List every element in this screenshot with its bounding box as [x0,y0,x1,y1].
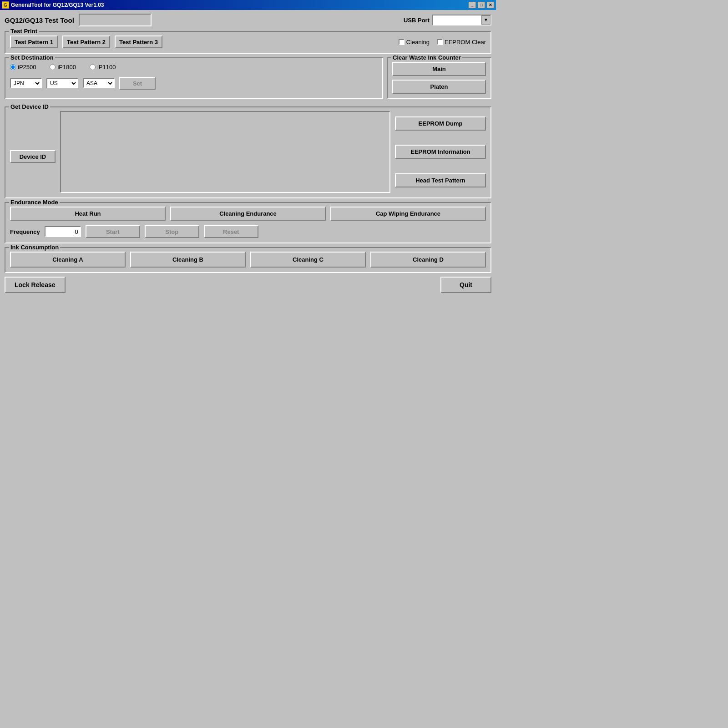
test-print-checks: Cleaning EEPROM Clear [399,39,486,46]
test-print-label: Test Print [9,28,39,35]
device-id-right: EEPROM Dump EEPROM Information Head Test… [395,111,486,193]
stop-button[interactable]: Stop [145,225,199,238]
cleaning-check-label[interactable]: Cleaning [399,39,430,46]
dest-select-jpn[interactable]: JPN [10,78,42,88]
radio-ip2500-label[interactable]: iP2500 [10,64,36,71]
ink-row: Cleaning A Cleaning B Cleaning C Cleanin… [10,252,486,268]
frequency-input[interactable] [45,226,81,237]
set-dest-content: iP2500 iP1800 iP1100 JPN [10,62,378,90]
cleaning-b-button[interactable]: Cleaning B [130,252,246,268]
mid-row: Set Destination iP2500 iP1800 iP1100 [5,57,491,103]
test-print-row: Test Pattern 1 Test Pattern 2 Test Patte… [10,35,486,48]
usb-label: USB Port [404,17,430,24]
reset-button[interactable]: Reset [204,225,258,238]
cleaning-a-button[interactable]: Cleaning A [10,252,126,268]
ink-consumption-group: Ink Consumption Cleaning A Cleaning B Cl… [5,247,491,273]
get-device-id-label: Get Device ID [9,103,50,110]
radio-ip1100-text: iP1100 [97,64,116,71]
endurance-top: Heat Run Cleaning Endurance Cap Wiping E… [10,207,486,221]
usb-port-select[interactable] [432,15,491,25]
dest-dropdowns: JPN US ASA Set [10,77,378,90]
cleaning-c-button[interactable]: Cleaning C [250,252,366,268]
ink-consumption-label: Ink Consumption [9,244,60,251]
restore-button[interactable]: □ [478,2,485,8]
bottom-bar: Lock Release Quit [5,277,491,293]
clear-waste-label: Clear Waste Ink Counter [391,54,462,61]
test-print-group: Test Print Test Pattern 1 Test Pattern 2… [5,31,491,54]
device-id-textarea[interactable] [60,111,390,193]
set-button[interactable]: Set [119,77,156,90]
eeprom-clear-checkbox[interactable] [437,39,443,45]
titlebar: G GeneralTool for GQ12/GQ13 Ver1.03 _ □ … [0,0,496,10]
endurance-mode-group: Endurance Mode Heat Run Cleaning Enduran… [5,202,491,243]
eeprom-clear-check-label[interactable]: EEPROM Clear [437,39,486,46]
titlebar-title: GeneralTool for GQ12/GQ13 Ver1.03 [11,2,467,8]
usb-port-select-wrap [432,15,491,25]
status-box [79,14,152,26]
test-pattern-1-button[interactable]: Test Pattern 1 [10,35,58,48]
app-title: GQ12/GQ13 Test Tool [5,16,74,24]
clear-waste-group: Clear Waste Ink Counter Main Platen [387,57,491,99]
endurance-mode-label: Endurance Mode [9,199,60,206]
lock-release-button[interactable]: Lock Release [5,277,66,293]
eeprom-dump-button[interactable]: EEPROM Dump [395,116,486,131]
radio-ip1800[interactable] [50,64,56,70]
heat-run-button[interactable]: Heat Run [10,207,166,221]
cleaning-endurance-button[interactable]: Cleaning Endurance [170,207,326,221]
device-id-left: Device ID [10,111,56,193]
set-destination-group: Set Destination iP2500 iP1800 iP1100 [5,57,383,99]
close-button[interactable]: ✕ [487,2,494,8]
head-test-pattern-button[interactable]: Head Test Pattern [395,173,486,187]
dest-select-us[interactable]: US [46,78,78,88]
quit-button[interactable]: Quit [440,277,491,293]
cleaning-checkbox[interactable] [399,39,404,45]
radio-ip1100[interactable] [90,64,96,70]
frequency-label: Frequency [10,228,40,235]
minimize-button[interactable]: _ [469,2,476,8]
cleaning-check-text: Cleaning [406,39,430,46]
top-left: GQ12/GQ13 Test Tool [5,14,152,26]
top-bar: GQ12/GQ13 Test Tool USB Port [5,14,491,26]
app-icon: G [2,1,9,9]
radio-ip2500[interactable] [10,64,16,70]
dest-select-asa[interactable]: ASA [83,78,115,88]
platen-button[interactable]: Platen [392,80,486,94]
test-pattern-2-button[interactable]: Test Pattern 2 [62,35,110,48]
main-button[interactable]: Main [392,62,486,76]
start-button[interactable]: Start [86,225,140,238]
get-device-id-group: Get Device ID Device ID EEPROM Dump EEPR… [5,106,491,198]
test-pattern-3-button[interactable]: Test Pattern 3 [115,35,162,48]
endurance-bottom: Frequency Start Stop Reset [10,225,486,238]
device-id-row: Device ID EEPROM Dump EEPROM Information… [10,111,486,193]
cleaning-d-button[interactable]: Cleaning D [370,252,486,268]
radio-ip1100-label[interactable]: iP1100 [90,64,116,71]
dest-radios: iP2500 iP1800 iP1100 [10,62,378,72]
radio-ip1800-text: iP1800 [57,64,76,71]
eeprom-info-button[interactable]: EEPROM Information [395,145,486,159]
eeprom-clear-check-text: EEPROM Clear [445,39,486,46]
main-window: GQ12/GQ13 Test Tool USB Port Test Print … [0,10,496,298]
cap-wiping-endurance-button[interactable]: Cap Wiping Endurance [330,207,486,221]
radio-ip1800-label[interactable]: iP1800 [50,64,76,71]
set-destination-label: Set Destination [9,54,55,61]
device-id-button[interactable]: Device ID [10,150,56,163]
usb-area: USB Port [404,15,491,25]
waste-btns: Main Platen [392,62,486,94]
radio-ip2500-text: iP2500 [18,64,36,71]
